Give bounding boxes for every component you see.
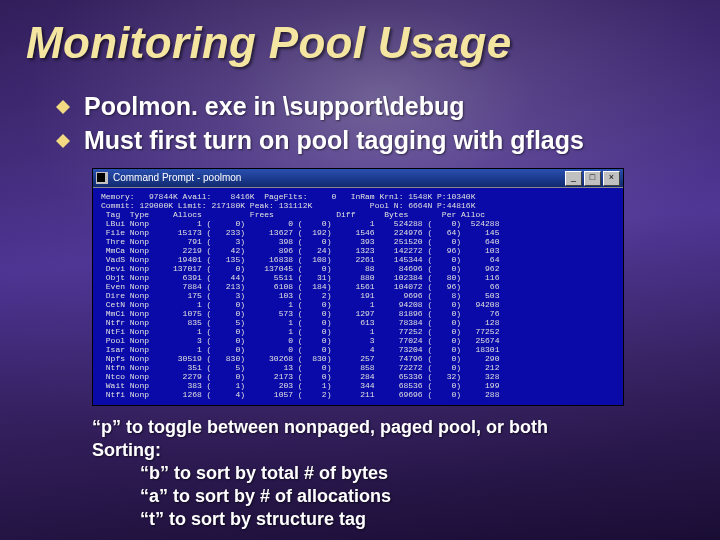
cmd-window-title: Command Prompt - poolmon — [113, 172, 241, 184]
footer-notes: “p” to toggle between nonpaged, paged po… — [92, 416, 694, 531]
note-line: “b” to sort by total # of bytes — [140, 462, 694, 485]
bullet-list: Poolmon. exe in \support\debug Must firs… — [56, 92, 694, 154]
slide-title: Monitoring Pool Usage — [26, 18, 694, 68]
bullet-text: Poolmon. exe in \support\debug — [84, 92, 465, 120]
note-line: “p” to toggle between nonpaged, paged po… — [92, 416, 694, 439]
note-line: “t” to sort by structure tag — [140, 508, 694, 531]
bullet-item: Poolmon. exe in \support\debug — [56, 92, 694, 120]
bullet-diamond-icon — [56, 134, 70, 148]
bullet-text: Must first turn on pool tagging with gfl… — [84, 126, 584, 154]
svg-marker-0 — [56, 100, 70, 114]
close-button[interactable]: × — [603, 171, 620, 186]
note-line: “a” to sort by # of allocations — [140, 485, 694, 508]
cmd-titlebar: Command Prompt - poolmon _ □ × — [93, 169, 623, 187]
cmd-window-screenshot: Command Prompt - poolmon _ □ × Memory: 9… — [92, 168, 624, 406]
cmd-app-icon — [96, 172, 108, 184]
bullet-item: Must first turn on pool tagging with gfl… — [56, 126, 694, 154]
cmd-output: Memory: 97844K Avail: 8416K PageFlts: 0 … — [93, 187, 623, 405]
maximize-button[interactable]: □ — [584, 171, 601, 186]
svg-marker-1 — [56, 134, 70, 148]
bullet-diamond-icon — [56, 100, 70, 114]
presentation-slide: Monitoring Pool Usage Poolmon. exe in \s… — [0, 0, 720, 540]
note-line: Sorting: — [92, 439, 694, 462]
minimize-button[interactable]: _ — [565, 171, 582, 186]
window-controls: _ □ × — [565, 171, 620, 186]
